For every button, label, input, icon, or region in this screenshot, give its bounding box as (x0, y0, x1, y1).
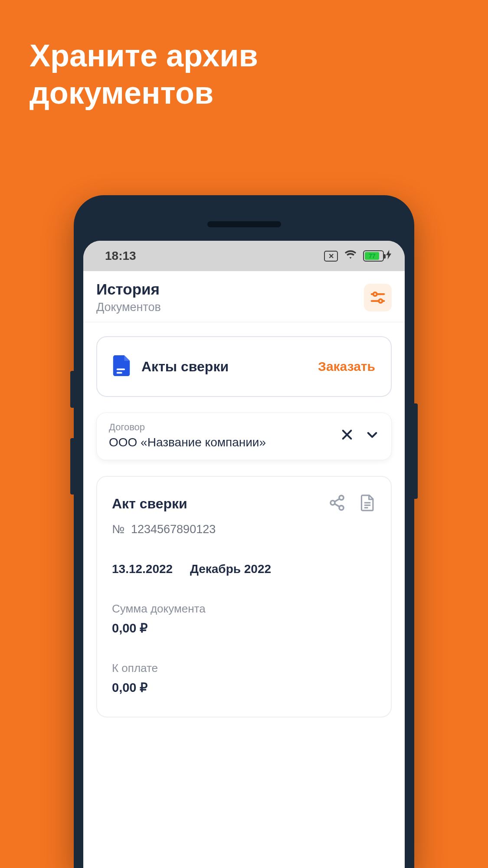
filter-button[interactable] (364, 284, 392, 311)
due-value: 0,00 ₽ (112, 680, 376, 695)
svg-point-7 (331, 501, 335, 505)
phone-side-button (70, 371, 74, 408)
document-dates: 13.12.2022 Декабрь 2022 (112, 562, 376, 576)
svg-line-9 (334, 499, 339, 502)
svg-point-8 (339, 506, 344, 510)
document-icon (113, 355, 130, 378)
page-title: История (96, 281, 161, 298)
sliders-icon (370, 289, 386, 306)
svg-point-1 (373, 292, 377, 295)
order-button[interactable]: Заказать (318, 359, 375, 374)
document-period: Декабрь 2022 (190, 562, 271, 576)
document-number-value: 1234567890123 (131, 523, 216, 536)
document-number-prefix: № (112, 523, 124, 536)
charging-icon (386, 250, 392, 262)
no-sim-icon: ✕ (324, 251, 338, 262)
close-icon (340, 428, 354, 442)
promo-title: Храните архив документов (29, 37, 258, 112)
contract-value: ООО «Название компании» (109, 436, 266, 449)
share-icon (328, 494, 346, 511)
document-number: № 1234567890123 (112, 523, 376, 536)
phone-side-button (70, 438, 74, 495)
status-time: 18:13 (96, 249, 136, 263)
share-button[interactable] (328, 494, 346, 513)
document-title: Акт сверки (112, 496, 187, 512)
contract-label: Договор (109, 422, 266, 433)
sum-value: 0,00 ₽ (112, 621, 376, 635)
document-date: 13.12.2022 (112, 562, 173, 576)
svg-rect-4 (117, 368, 125, 370)
phone-side-button (414, 403, 418, 499)
acts-verification-title: Акты сверки (141, 359, 229, 375)
acts-verification-card: Акты сверки Заказать (96, 336, 392, 397)
contract-selector[interactable]: Договор ООО «Название компании» (96, 413, 392, 460)
wifi-icon (344, 249, 357, 263)
app-header: История Документов (83, 271, 405, 322)
file-icon (359, 494, 376, 511)
view-document-button[interactable] (359, 494, 376, 513)
phone-speaker (207, 221, 281, 227)
status-bar: 18:13 ✕ 77 (83, 241, 405, 271)
document-card: Акт сверки (96, 476, 392, 717)
due-label: К оплате (112, 662, 376, 675)
sum-label: Сумма документа (112, 602, 376, 616)
app-screen: 18:13 ✕ 77 История Документо (83, 241, 405, 868)
svg-point-6 (339, 495, 344, 500)
expand-button[interactable] (365, 428, 379, 443)
page-subtitle: Документов (96, 301, 161, 314)
battery-percent: 77 (365, 252, 379, 260)
promo-title-line1: Храните архив (29, 37, 258, 74)
status-right: ✕ 77 (324, 249, 392, 263)
phone-frame: 18:13 ✕ 77 История Документо (74, 195, 414, 868)
battery-indicator: 77 (363, 250, 392, 262)
promo-title-line2: документов (29, 74, 258, 111)
clear-button[interactable] (340, 428, 354, 443)
chevron-down-icon (365, 428, 379, 442)
svg-line-10 (334, 504, 339, 507)
svg-point-3 (379, 299, 382, 302)
svg-rect-5 (117, 372, 122, 373)
